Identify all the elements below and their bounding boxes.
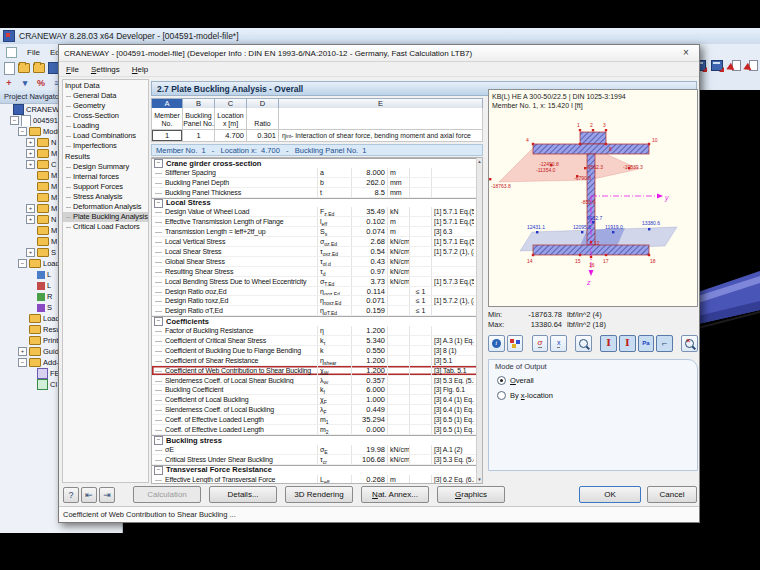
calculation-button[interactable]: Calculation [133,486,201,503]
tree-item-loading[interactable]: Loading [63,121,148,131]
table-row[interactable]: Design Ratio τoxz,Edητoxz,Ed0.071≤ 1[1] … [152,296,482,306]
tree-item-stress-analysis[interactable]: Stress Analysis [63,192,148,202]
dialog-menu-settings[interactable]: Settings [91,65,120,74]
collapse-icon[interactable]: − [154,466,163,475]
table-scrollbar[interactable]: ▲ ▼ [476,158,482,483]
tree-item-general-data[interactable]: General Data [63,91,148,101]
collapse-icon[interactable]: − [18,259,27,268]
tree-item-plate-buckling-analysis[interactable]: Plate Buckling Analysis [63,212,148,222]
scale-icon[interactable]: % [35,77,47,89]
table-row[interactable]: Slenderness Coeff. of Local Shear Buckli… [152,376,482,386]
details-button[interactable]: Details... [209,486,277,503]
table-section-row[interactable]: −Buckling stress [152,435,482,445]
table-row[interactable]: Factor of Buckling Resistanceη1.200 [152,326,482,336]
tree-item-geometry[interactable]: Geometry [63,101,148,111]
collapse-icon[interactable]: − [154,436,163,445]
graphics-button[interactable]: Graphics [437,486,505,503]
table-row[interactable]: Coefficient of Local BucklingχF1.000[3] … [152,395,482,405]
dropdown-icon[interactable]: ▾ [19,77,31,89]
restore-window-icon[interactable] [6,47,17,58]
table-row[interactable]: Local Bending Stress Due to Wheel Eccent… [152,277,482,287]
ok-button[interactable]: OK [579,486,641,503]
result-diagram-button[interactable]: x [550,335,567,352]
table-row[interactable]: Coeff. of Effective Loaded Lengthm20.000… [152,425,482,435]
tree-item-support-forces[interactable]: Support Forces [63,182,148,192]
table-row[interactable]: Buckling Panel Thicknesst8.5mm [152,188,482,198]
export-report-icon[interactable] [745,60,758,72]
rendering-button[interactable]: 3D Rendering [285,486,353,503]
app-menu-file[interactable]: File [27,48,40,57]
collapse-icon[interactable]: − [10,116,19,125]
table-row[interactable]: Effective Transmission Length of Flangel… [152,217,482,227]
summary-cell-panel[interactable]: 1 [183,130,215,142]
expand-icon[interactable]: + [26,215,35,224]
scroll-up-icon[interactable]: ▲ [477,159,482,164]
expand-icon[interactable]: + [18,347,27,356]
tree-item-internal-forces[interactable]: Internal forces [63,172,148,182]
stress-points-button[interactable]: I [600,335,617,352]
table-row[interactable]: Coefficient of Critical Shear Stresskτ5.… [152,336,482,346]
table-row[interactable]: Buckling Panel Depthb262.0mm [152,178,482,188]
table-row[interactable]: Local Vertical Stressσoz,Ed2.68kN/cm[1] … [152,237,482,247]
dimensions-button[interactable]: ⌐ [656,335,673,352]
table-row[interactable]: Buckling Coefficientkf6.000[3] Fig. 6.1 [152,385,482,395]
cross-section-panel[interactable]: KB(L) HE A 300-50/22.5 | DIN 1025-3:1994… [488,89,698,307]
summary-cell-location[interactable]: 4.700 [215,130,247,142]
table-row[interactable]: Critical Stress Under Shear Bucklingτcr1… [152,455,482,465]
scroll-down-icon[interactable]: ▼ [477,477,482,482]
new-file-icon[interactable] [3,62,15,74]
table-row[interactable]: Local Shear Stressτoxz,Ed0.54kN/cm[1] 5.… [152,247,482,257]
prev-table-button[interactable]: ⇤ [81,487,97,503]
open-project-icon[interactable] [33,62,45,74]
dialog-menu-help[interactable]: Help [132,65,148,74]
radio-icon[interactable] [497,391,506,400]
expand-icon[interactable]: + [26,248,35,257]
table-row[interactable]: Coefficient of Web Contribution to Shear… [152,366,482,376]
table-section-row[interactable]: −Transversal Force Resistance [152,465,482,475]
expand-icon[interactable]: + [26,149,35,158]
open-file-icon[interactable] [18,62,30,74]
table-row[interactable]: Coefficient of Shear Resistanceηshear1.2… [152,356,482,366]
table-section-row[interactable]: −Crane girder cross-section [152,158,482,168]
summary-cell-ratio[interactable]: 0.301 [247,130,279,142]
summary-cell-member[interactable]: 1 [151,130,183,142]
dialog-menu-file[interactable]: File [66,65,79,74]
table-row[interactable]: Coeff. of Effective Loaded Lengthm135.29… [152,415,482,425]
help-button[interactable]: ? [63,487,79,503]
display-properties-button[interactable] [507,335,524,352]
table-row[interactable]: Slenderness Coeff. of Local BucklingλF0.… [152,405,482,415]
annex-button[interactable]: Nat. Annex... [361,486,429,503]
table-section-row[interactable]: −Coefficients [152,316,482,326]
expand-icon[interactable]: + [26,204,35,213]
table-row[interactable]: Transmission Length = leff+2tf_upSs0.074… [152,227,482,237]
collapse-icon[interactable]: − [154,199,163,208]
table-row[interactable]: Effective Length of Transversal ForceLef… [152,475,482,485]
zoom-button[interactable] [575,335,592,352]
table-row[interactable]: Stiffener Spacinga8.000m [152,168,482,178]
summary-cell-description[interactable]: ηint - Interaction of shear force, bendi… [279,130,483,142]
tree-item-deformation-analysis[interactable]: Deformation Analysis [63,202,148,212]
export-window-icon[interactable] [711,60,724,72]
table-section-row[interactable]: −Local Stress [152,198,482,208]
tree-item-load-combinations[interactable]: Load Combinations [63,131,148,141]
summary-result-row[interactable]: 114.7000.301ηint - Interaction of shear … [151,130,483,142]
show-values-button[interactable]: Pa [638,335,655,352]
collapse-icon[interactable]: − [154,317,163,326]
radio-overall[interactable]: Overall [497,376,534,385]
collapse-icon[interactable]: − [18,127,27,136]
tree-item-critical-load-factors[interactable]: Critical Load Factors [63,222,148,232]
expand-icon[interactable]: + [26,138,35,147]
tree-item-imperfections[interactable]: Imperfections [63,141,148,151]
export-report-icon[interactable] [728,60,741,72]
cancel-button[interactable]: Cancel [647,486,697,503]
radio-by-x-location[interactable]: By x-location [497,391,553,400]
zoom-reset-button[interactable] [681,335,698,352]
table-row[interactable]: σEσE19.98kN/cm[3] A.1 (2) [152,445,482,455]
table-row[interactable]: Resulting Shear Stressτd0.97kN/cm [152,267,482,277]
table-row[interactable]: Design Ratio σoz,Edησoz,Ed0.114≤ 1 [152,287,482,297]
tree-item-design-summary[interactable]: Design Summary [63,162,148,172]
collapse-icon[interactable]: − [154,159,163,168]
info-button[interactable]: i [488,335,505,352]
table-row[interactable]: Design Value of Wheel LoadFz,Ed35.49kN[1… [152,207,482,217]
next-table-button[interactable]: ⇥ [99,487,115,503]
